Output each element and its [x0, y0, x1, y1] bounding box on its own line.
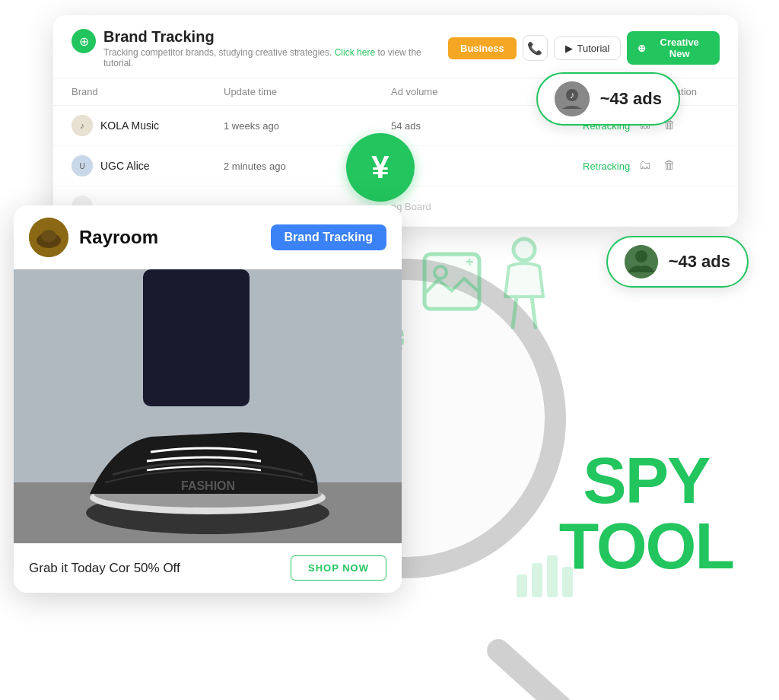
svg-point-8: [514, 239, 535, 260]
card-header: Rayroom Brand Tracking: [14, 205, 402, 269]
delete-icon-ugc[interactable]: 🗑: [663, 158, 679, 173]
panel-header: ⊕ Brand Tracking Tracking competitor bra…: [53, 15, 738, 78]
tutorial-link[interactable]: Click here: [335, 47, 375, 58]
panel-logo-icon: ⊕: [72, 29, 96, 53]
retracking-link-ugc[interactable]: Retracking: [583, 161, 630, 172]
svg-text:♪: ♪: [80, 121, 84, 130]
product-card: Rayroom Brand Tracking FAS: [14, 205, 402, 593]
panel-subtitle: Tracking competitor brands, studying cre…: [103, 47, 448, 68]
tutorial-button[interactable]: ▶ Tutorial: [554, 37, 622, 60]
operation-ugc: Retracking 🗂 🗑: [583, 158, 720, 173]
save-icon-ugc[interactable]: 🗂: [639, 158, 654, 173]
avatar-image-top: ♪: [555, 81, 590, 116]
brand-logo-image: [29, 218, 68, 257]
svg-point-19: [635, 250, 647, 262]
tutorial-icon: ▶: [565, 43, 573, 54]
brand-cell-kola: ♪ KOLA Music: [72, 115, 224, 136]
shoe-svg: FASHION: [14, 269, 402, 543]
svg-point-26: [41, 230, 56, 242]
avatar-image-right: [625, 245, 658, 278]
brand-avatar-top: ♪: [555, 81, 590, 116]
ads-count-bubble-right: ~43 ads: [606, 236, 749, 288]
panel-title-text: Brand Tracking Tracking competitor brand…: [103, 27, 448, 68]
col-update-time: Update time: [224, 86, 391, 97]
spy-tool-heading: SPY TOOL: [559, 447, 733, 578]
brand-tracking-badge: Brand Tracking: [271, 224, 386, 250]
product-image: FASHION: [14, 269, 402, 543]
board-cell: ng Board: [391, 201, 583, 212]
svg-text:♪: ♪: [570, 90, 574, 100]
brand-cell-ugc: U UGC Alice: [72, 155, 224, 177]
shop-now-button[interactable]: SHOP NOW: [291, 555, 386, 581]
brand-avatar-right: [625, 245, 658, 278]
brand-name-label: Rayroom: [79, 227, 260, 248]
ugc-avatar: U: [72, 155, 93, 177]
cta-text: Grab it Today Cor 50% Off: [29, 561, 180, 576]
update-time-kola: 1 weeks ago: [224, 120, 391, 132]
phone-button[interactable]: 📞: [523, 35, 548, 61]
panel-title-area: ⊕ Brand Tracking Tracking competitor bra…: [72, 27, 448, 68]
plus-icon: ⊕: [638, 43, 646, 54]
creative-new-button[interactable]: ⊕ Creative New: [627, 31, 720, 65]
svg-rect-29: [143, 269, 250, 406]
yen-currency-bubble: ¥: [346, 133, 415, 202]
panel-header-buttons: Business 📞 ▶ Tutorial ⊕ Creative New: [448, 31, 720, 65]
col-brand: Brand: [72, 86, 224, 97]
ads-count-bubble-top: ♪ ~43 ads: [536, 72, 680, 126]
panel-title: Brand Tracking: [103, 27, 448, 46]
svg-text:U: U: [79, 162, 84, 170]
kola-avatar: ♪: [72, 115, 93, 136]
business-button[interactable]: Business: [448, 37, 517, 59]
card-footer: Grab it Today Cor 50% Off SHOP NOW: [14, 543, 402, 593]
svg-text:FASHION: FASHION: [181, 479, 235, 492]
brand-avatar-card: [29, 218, 68, 257]
